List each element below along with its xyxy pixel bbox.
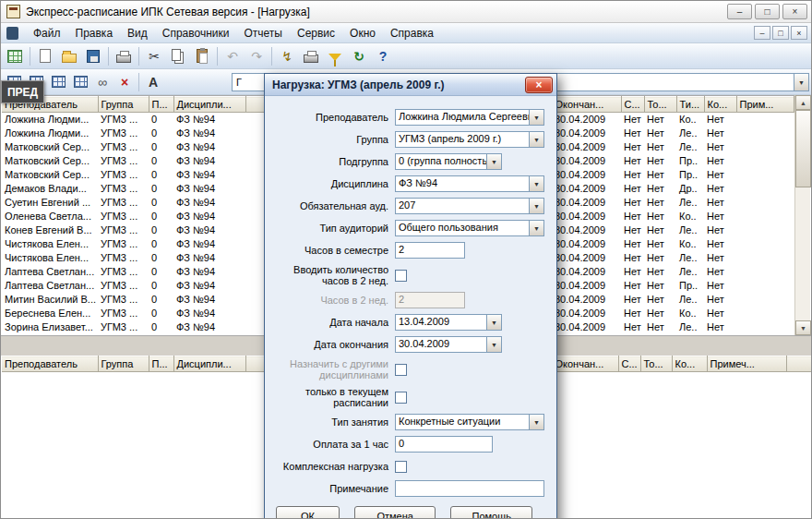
paste-icon[interactable]	[190, 45, 214, 67]
column-header[interactable]: То...	[640, 356, 672, 372]
column-header[interactable]: Группа	[98, 97, 149, 113]
chevron-down-icon[interactable]: ▼	[486, 154, 501, 169]
cell-discipline: ФЗ №94	[173, 279, 245, 293]
menu-item[interactable]: Файл	[26, 25, 68, 42]
scroll-up-icon[interactable]: ▲	[795, 95, 811, 110]
schedule-grid-icon[interactable]	[3, 45, 27, 67]
chevron-down-icon[interactable]: ▼	[529, 221, 543, 235]
open-folder-icon[interactable]	[57, 45, 81, 67]
date-end-combobox[interactable]: 30.04.2009 ▼	[395, 336, 502, 353]
print-icon[interactable]	[112, 45, 136, 67]
chevron-down-icon[interactable]: ▼	[486, 315, 501, 330]
column-header[interactable]: Группа	[98, 356, 149, 372]
run-icon[interactable]: ↯	[275, 45, 299, 67]
column-header[interactable]: Примеч...	[707, 356, 786, 372]
column-header[interactable]: С...	[621, 97, 644, 113]
grid-report-icon[interactable]	[69, 72, 91, 92]
date-start-combobox[interactable]: 13.04.2009 ▼	[395, 314, 502, 331]
room-combobox[interactable]: 207 ▼	[395, 198, 544, 214]
chevron-down-icon[interactable]: ▼	[794, 74, 808, 91]
grid-add-icon[interactable]	[47, 72, 69, 92]
room-type-combobox[interactable]: Общего пользования ▼	[395, 220, 544, 236]
menu-item[interactable]: Вид	[120, 25, 155, 42]
column-header[interactable]: То...	[644, 97, 676, 113]
scrollbar-thumb[interactable]	[795, 110, 811, 187]
link-icon[interactable]: ∞	[91, 72, 113, 92]
minimize-button[interactable]: –	[727, 4, 752, 19]
cut-icon[interactable]: ✂	[142, 45, 166, 67]
menu-item[interactable]: Справочники	[155, 25, 237, 42]
assign-other-checkbox	[395, 364, 407, 376]
cell-ko: Нет	[704, 210, 736, 223]
column-header[interactable]: Ко...	[672, 356, 707, 372]
discipline-combobox[interactable]: ФЗ №94 ▼	[395, 175, 544, 192]
refresh-icon[interactable]: ↻	[347, 45, 371, 67]
chevron-down-icon[interactable]: ▼	[529, 199, 543, 213]
column-header[interactable]: Дисципли...	[173, 356, 245, 372]
title-bar: Экспресс-расписание ИПК Сетевая версия -…	[1, 1, 811, 23]
help-icon[interactable]: ?	[371, 45, 395, 67]
subgroup-combobox[interactable]: 0 (группа полностью) ▼	[395, 153, 502, 170]
chevron-down-icon[interactable]: ▼	[529, 415, 543, 429]
redo-icon[interactable]: ↷	[245, 45, 269, 67]
menu-bar: ФайлПравкаВидСправочникиОтчетыСервисОкно…	[1, 23, 811, 43]
chevron-down-icon[interactable]: ▼	[529, 176, 543, 191]
font-icon[interactable]: А	[142, 72, 164, 92]
column-header[interactable]: Прим...	[736, 97, 794, 113]
column-header[interactable]: Ко...	[704, 97, 736, 113]
chevron-down-icon[interactable]: ▼	[529, 132, 543, 147]
cell-note	[736, 251, 794, 265]
menu-item[interactable]: Отчеты	[236, 25, 289, 42]
dialog-title-bar[interactable]: Нагрузка: УГМЗ (апрель 2009 г.) ×	[265, 74, 556, 96]
hours-semester-input[interactable]: 2	[395, 242, 465, 259]
cell-group: УГМ3 ...	[98, 168, 149, 182]
mdi-close-button[interactable]: ×	[791, 26, 807, 40]
filter-icon[interactable]	[323, 45, 347, 67]
group-combobox[interactable]: УГМЗ (апрель 2009 г.) ▼	[395, 131, 544, 148]
menu-item[interactable]: Окно	[342, 25, 383, 42]
column-header[interactable]: С...	[618, 356, 640, 372]
cell-end-date: 30.04.2009	[552, 320, 621, 334]
enter-2week-checkbox[interactable]	[395, 270, 407, 282]
only-current-checkbox[interactable]	[395, 392, 407, 404]
undo-icon[interactable]: ↶	[221, 45, 245, 67]
cancel-button[interactable]: Отмена	[354, 506, 436, 519]
pay-input[interactable]: 0	[395, 436, 493, 453]
cell-to: Нет	[644, 168, 676, 182]
new-document-icon[interactable]	[33, 45, 57, 67]
column-header[interactable]: П...	[149, 356, 173, 372]
cell-end-date: 30.04.2009	[552, 223, 621, 237]
chevron-down-icon[interactable]: ▼	[486, 337, 501, 352]
copy-icon[interactable]	[166, 45, 190, 67]
lesson-type-combobox[interactable]: Конкретные ситуации ▼	[395, 414, 544, 430]
column-header[interactable]: Ти...	[676, 97, 704, 113]
note-input[interactable]	[395, 480, 544, 497]
cell-teacher: Матковский Сер...	[2, 140, 98, 154]
cell-teacher: Суетин Евгений ...	[2, 196, 98, 210]
maximize-button[interactable]: □	[755, 4, 780, 19]
scroll-down-icon[interactable]: ▼	[795, 320, 811, 335]
mdi-restore-button[interactable]: □	[772, 26, 789, 40]
vertical-scrollbar[interactable]: ▲ ▼	[794, 95, 810, 335]
column-header[interactable]: Окончан...	[552, 356, 618, 372]
save-icon[interactable]	[81, 45, 105, 67]
chevron-down-icon[interactable]: ▼	[529, 110, 543, 125]
column-header[interactable]: П...	[149, 97, 173, 113]
ok-button[interactable]: ОК	[276, 506, 340, 519]
column-header[interactable]	[786, 356, 812, 372]
close-button[interactable]: ×	[782, 4, 807, 19]
report-print-icon[interactable]	[299, 45, 323, 67]
column-header[interactable]: Дисципли...	[173, 97, 245, 113]
menu-item[interactable]: Справка	[383, 25, 441, 42]
menu-item[interactable]: Правка	[68, 25, 121, 42]
delete-icon[interactable]: ×	[113, 72, 136, 92]
mdi-minimize-button[interactable]: –	[754, 26, 770, 40]
help-button[interactable]: Помощь	[450, 506, 532, 519]
dialog-buttons: ОК Отмена Помощь	[276, 506, 547, 519]
dialog-close-icon[interactable]: ×	[525, 77, 553, 93]
column-header[interactable]: Преподаватель	[2, 356, 98, 372]
column-header[interactable]: Окончан...	[552, 97, 621, 113]
teacher-combobox[interactable]: Ложкина Людмила Сергеевна ▼	[395, 109, 544, 126]
complex-load-checkbox[interactable]	[395, 461, 407, 473]
menu-item[interactable]: Сервис	[290, 25, 342, 42]
